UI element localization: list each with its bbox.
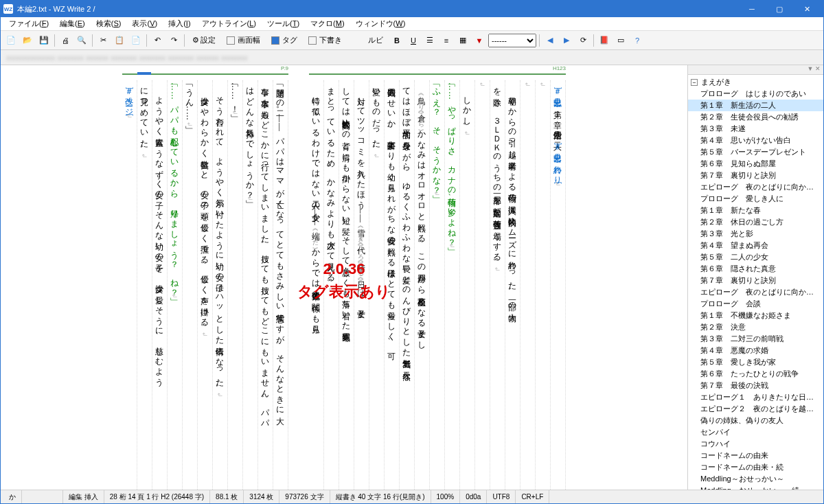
underline-button[interactable]: U [406,33,421,48]
outline-item[interactable]: コウハイ [688,438,823,450]
outline-item[interactable]: 第５章 バースデープレゼント [688,146,823,158]
text-column[interactable]: 「うん……」↲ [183,80,198,490]
outline-item[interactable]: エピローグ 夜のとばりに向かって [688,181,823,193]
status-zoom[interactable]: 100% [431,490,461,503]
editor-area[interactable]: 2.0.36 タグ表示あり 「問題その二。――パパはママが亡くなってとてもさみし… [1,65,687,490]
outline-item[interactable]: Meddling～おせっかい～ [688,473,823,485]
outline-item[interactable]: コードネームの由来 [688,450,823,461]
menu-item[interactable]: ツール(T) [262,17,305,30]
outline-item[interactable]: 第４章 思いがけない告白 [688,135,823,146]
text-column[interactable]: 9に見つめていた。↲ [137,80,152,490]
outline-item[interactable]: 第３章 光と影 [688,228,823,240]
paste-button[interactable]: 📄 [128,33,144,48]
new-button[interactable]: 📄 [3,33,19,48]
text-column[interactable]: ［＃中見出し］第１章 新生活の二人［＃中見出し終わり］↲ [551,80,566,490]
outline-item[interactable]: 偽りの姉妹、偽りの友人 [688,415,823,426]
text-column[interactable]: 10［＃改ページ］↲ [122,80,137,490]
outline-item[interactable]: 第６章 見知らぬ部屋 [688,158,823,170]
outline-item[interactable]: 第１章 新たな春 [688,205,823,216]
menu-item[interactable]: ウィンドウ(W) [350,17,411,30]
text-column[interactable]: そう言われて、ようやく気が付いたように幼い女の子はハッとした表情になった。↲ [213,80,228,490]
text-column[interactable]: ↲ [475,80,490,490]
outline-item[interactable]: プロローグ 会談 [688,298,823,310]
outline-item[interactable]: 第７章 裏切りと訣別 [688,275,823,286]
cut-button[interactable]: ✂ [95,33,111,48]
outline-item[interactable]: プロローグ 愛しき人に [688,193,823,205]
outline-item[interactable]: 第４章 悪魔の求婚 [688,345,823,356]
outline-item[interactable]: 第６章 たったひとりの戦争 [688,368,823,380]
book-button[interactable]: 📕 [597,33,612,48]
menu-item[interactable]: マクロ(M) [305,17,350,30]
copy-button[interactable]: 📋 [112,33,127,48]
sidebar-dropdown-icon[interactable]: ▼ ✕ [808,65,821,74]
menu-item[interactable]: アウトライン(L) [196,17,262,30]
style-select[interactable]: ------ [488,34,536,47]
text-column[interactable]: てはほぼ平均的な身長ながら、ゆるくふわふわな長い髪とのんびりとした無邪気で天然な [400,80,415,490]
redo-button[interactable]: ↷ [166,33,181,48]
outline-item[interactable]: エピローグ２ 夜のとばりを越えて [688,403,823,415]
outline-item[interactable]: コードネームの由来・続 [688,461,823,473]
text-column[interactable]: ↲ [520,80,536,490]
outline-item[interactable]: 第２章 休日の過ごし方 [688,216,823,228]
undo-button[interactable]: ↶ [150,33,165,48]
refresh-button[interactable]: ⟳ [575,33,591,48]
outline-item[interactable]: 第２章 決意 [688,321,823,333]
text-column[interactable]: 「……パパも心配しているから、帰りましょう？ ね？」↲ [168,80,183,490]
outline-root[interactable]: − まえがき [688,76,823,88]
status-encoding[interactable]: UTF8 [487,490,516,503]
status-eol[interactable]: CR+LF [516,490,549,503]
preview-button[interactable]: 🔍 [74,33,89,48]
color-button[interactable]: ▼ [472,33,487,48]
width-toggle[interactable]: 画面幅 [222,33,265,48]
text-column[interactable]: ↲ [536,80,551,490]
nav-fwd-button[interactable]: ▶ [559,33,574,48]
outline-item[interactable]: センパイ [688,426,823,438]
text-column[interactable]: 5を除き、３ＬＤＫのうちの一部屋を暫定的な荷物置き場とする。↲ [490,80,505,490]
outline-item[interactable]: エピローグ１ ありきたりな日常の日々 [688,391,823,403]
open-button[interactable]: 📂 [20,33,35,48]
text-column[interactable]: ようやく素直にうなずく女の子。そんな幼い女の子を、少女は愛しそうに、慈しむよう [152,80,168,490]
menu-item[interactable]: 検索(S) [91,17,127,30]
outline-item[interactable]: 第３章 二対三の前哨戦 [688,333,823,345]
outline-item[interactable]: Meddling～おせっかい～・続 [688,485,823,490]
outline-item[interactable]: 第６章 隠された真意 [688,263,823,275]
settings-button[interactable]: ⚙ 設定 [187,33,220,48]
text-column[interactable]: 事な大事な娘もどこかに行ってしまいました。捜しても捜してもどこにもいません。パパ [258,80,273,490]
text-column[interactable]: 朝早くからの引っ越し業者による荷物の搬入は比較的スムーズに終わった。一部の大物 [505,80,520,490]
text-column[interactable]: 「ふえ？ そ、そうかな？」↲ [430,80,445,490]
nav-back-button[interactable]: ◀ [542,33,558,48]
print-button[interactable]: 🖨 [58,33,73,48]
text-column[interactable]: 「……やっぱりさ、カナの荷物、多いよね？」↲ [445,80,460,490]
menu-item[interactable]: 編集(E) [54,17,91,30]
text-column[interactable]: しかし。↲ [460,80,475,490]
outline-item[interactable]: エピローグ 夜のとばりに向かって [688,286,823,298]
list-button[interactable]: ☰ [422,33,437,48]
help-button[interactable]: ? [630,33,645,48]
close-button[interactable]: ✕ [793,1,821,17]
outline-item[interactable]: 第７章 裏切りと訣別 [688,170,823,181]
outline-item[interactable]: 第５章 愛しき我が家 [688,356,823,368]
text-column[interactable]: 5 少女はやわらかく微笑むと、女の子の頭を優しく撫でる。優しく声を掛ける。↲ [198,80,213,490]
menu-item[interactable]: 挿入(I) [163,17,196,30]
numlist-button[interactable]: ≡ [439,33,454,48]
text-column[interactable]: 「問題その二。――パパはママが亡くなってとてもさみしい状態ですが、そんなときに大 [273,80,288,490]
text-column[interactable]: 10 鳥《とり》倉《くら》かなみはオロオロと照れる。この四月から高校生となる女子… [415,80,430,490]
table-button[interactable]: ▦ [455,33,470,48]
ruby-button[interactable]: ルビ [363,33,388,48]
menu-item[interactable]: 表示(V) [126,17,163,30]
maximize-button[interactable]: ▢ [766,1,793,17]
outline-item[interactable]: 第４章 望まぬ再会 [688,240,823,251]
outline-item[interactable]: 第２章 生徒会役員への勧誘 [688,111,823,123]
minimize-button[interactable]: ─ [738,1,766,17]
outline-item[interactable]: 第１章 新生活の二人 [688,100,823,111]
text-column[interactable]: はどんな気持ちでしょうか？」↲ [243,80,258,490]
outline-item[interactable]: 第１章 不機嫌なお姫さま [688,310,823,321]
outline-item[interactable]: プロローグ はじまりのであい [688,88,823,100]
outline-item[interactable]: 第５章 二人の少女 [688,251,823,263]
outline-item[interactable]: 第７章 最後の決戦 [688,380,823,391]
text-column[interactable]: 「……！」↲ [228,80,243,490]
menu-item[interactable]: ファイル(F) [3,17,54,30]
save-button[interactable]: 💾 [36,33,52,48]
draft-toggle[interactable]: 下書き [304,33,347,48]
outline-tree[interactable]: − まえがきプロローグ はじまりのであい第１章 新生活の二人第２章 生徒会役員へ… [688,75,823,490]
